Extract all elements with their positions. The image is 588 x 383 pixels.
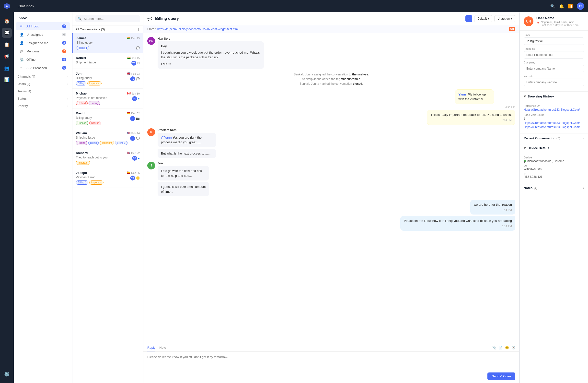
tab-reply[interactable]: Reply bbox=[147, 344, 155, 351]
all-inbox-badge: 2 bbox=[62, 24, 66, 28]
ref-url-link[interactable]: Https://Greatadventures133.Blogspot.Com/ bbox=[524, 108, 584, 112]
chat-header-actions: ✓ Default ▾ Unassign ▾ bbox=[465, 15, 515, 22]
nav-icon-campaigns[interactable]: 📢 bbox=[2, 51, 12, 61]
website-input[interactable] bbox=[524, 79, 584, 86]
search-icon[interactable]: 🔍 bbox=[550, 4, 555, 9]
conv-preview: Billing query bbox=[76, 76, 92, 80]
nav-icon-settings[interactable]: ⚙️ bbox=[2, 369, 12, 379]
rp-device-section[interactable]: ∨ Device Details bbox=[520, 143, 588, 153]
emoji-icon: 🟡 bbox=[136, 176, 140, 180]
msg-row-preetam: P Preetam Nath @Yann Yes you are right t… bbox=[147, 128, 515, 158]
section-channels[interactable]: Channels (4) › bbox=[14, 72, 72, 79]
conv-item-robert[interactable]: Robert 🇮🇳 Jan 15 Shipment issue TC ✉ bbox=[72, 53, 143, 69]
tab-note[interactable]: Note bbox=[159, 344, 166, 351]
conv-item-james[interactable]: James 🇮🇳 Dec 15 Billing query Billing 1 … bbox=[72, 33, 143, 53]
chevron-right-icon: › bbox=[583, 186, 584, 190]
rp-company-field: Company bbox=[524, 61, 584, 72]
location-icon: 📍 bbox=[536, 22, 540, 25]
search-box[interactable]: 🔍 bbox=[75, 15, 140, 22]
sidebar-item-unassigned[interactable]: 👤 Unassigned 0 bbox=[16, 31, 70, 38]
rp-browsing-section[interactable]: ∨ Browsing History bbox=[520, 91, 588, 101]
email-input[interactable] bbox=[524, 38, 584, 45]
avatar-jon: J bbox=[147, 162, 155, 169]
search-input[interactable] bbox=[84, 17, 138, 21]
page-url-1[interactable]: Https://Greatadventures133.Blogspot.Com/ bbox=[524, 121, 584, 125]
section-status[interactable]: Status › bbox=[14, 94, 72, 101]
company-input[interactable] bbox=[524, 65, 584, 72]
conv-item-john[interactable]: John 🇬🇧 Feb 23 Billing query TC 💬 Billin… bbox=[72, 69, 143, 89]
sla-icon: ⚠ bbox=[20, 66, 24, 70]
attach-icon[interactable]: 📎 bbox=[492, 346, 496, 350]
bell-icon[interactable]: 🔔 bbox=[559, 4, 564, 9]
from-url[interactable]: https://trupesh789.blogspot.com/2022/07/… bbox=[157, 27, 239, 31]
user-avatar[interactable]: TT bbox=[577, 2, 584, 10]
rp-location: 📍 Nagercoil, Tamil Nadu, India Last seen… bbox=[536, 21, 578, 26]
device-row: Device ● Microsoft Windows , Chrome bbox=[524, 156, 584, 163]
emoji-icon[interactable]: 🙂 bbox=[505, 346, 509, 350]
conv-preview: Billing query bbox=[77, 41, 140, 44]
conv-item-richard[interactable]: Richard 🇬🇧 Dec 22 Tried to reach out to … bbox=[72, 148, 143, 168]
conv-date: 🇮🇳 Dec 15 bbox=[127, 37, 140, 40]
nav-icon-chat[interactable]: 💬 bbox=[2, 28, 12, 38]
tag-pricing: Pricing bbox=[89, 101, 100, 105]
mention: @Yann bbox=[161, 136, 172, 139]
chevron-down-icon: ▾ bbox=[511, 17, 512, 20]
avatar-tc: TC bbox=[130, 116, 135, 121]
nav-icon-home[interactable]: 🏠 bbox=[2, 16, 12, 26]
conv-date: 🇨🇦 Jun 30 bbox=[127, 92, 140, 95]
msg-row-yann: Yann Ple follow up with the customer 3:1… bbox=[147, 89, 515, 125]
sort-icon[interactable]: ≡ bbox=[133, 27, 135, 31]
reply-textarea[interactable] bbox=[147, 355, 515, 367]
msg-bubble-out1: we are here for that reason 3:14 PM bbox=[470, 200, 515, 215]
conv-item-david[interactable]: David 🇪🇸 Dec 02 Billing query TC 📷 Suppo… bbox=[72, 109, 143, 128]
avatar-tc: TC bbox=[131, 61, 136, 66]
sidebar-item-offline[interactable]: 📡 Offline 6 bbox=[16, 56, 70, 64]
nav-icon-reports[interactable]: 📋 bbox=[2, 40, 12, 49]
sidebar-item-mentions[interactable]: @ Mentions 7 bbox=[16, 47, 70, 55]
reply-tab-icons: 📎 📄 🙂 🕐 bbox=[492, 344, 515, 351]
tag-important: Important bbox=[76, 161, 90, 165]
tag-important: Important bbox=[100, 141, 114, 145]
flag: 🇬🇧 bbox=[127, 151, 130, 155]
msg-time: 3:14 PM bbox=[404, 224, 512, 228]
sidebar-item-all-inbox[interactable]: ✉ All Inbox 2 bbox=[16, 22, 70, 30]
conv-preview: Tried to reach out to you bbox=[76, 156, 108, 159]
conv-item-william[interactable]: William 🇬🇧 Feb 14 Shipping issue TC 💬 Pr… bbox=[72, 128, 143, 148]
conv-preview: Shipping issue bbox=[76, 136, 95, 139]
nav-bottom: ⚙️ bbox=[2, 368, 12, 380]
sidebar-item-sla-breached[interactable]: ⚠ SLA Breached 6 bbox=[16, 64, 70, 72]
unassign-button[interactable]: Unassign ▾ bbox=[494, 15, 515, 22]
more-icon[interactable]: ⋮ bbox=[137, 27, 140, 31]
tag-billing: Billing bbox=[88, 141, 99, 145]
section-priority[interactable]: Priority › bbox=[14, 101, 72, 109]
nav-icon-contacts[interactable]: 👥 bbox=[2, 63, 12, 73]
avatar-tc: TC bbox=[132, 156, 137, 161]
conv-item-joseph[interactable]: Joseph 🇪🇸 Dec 26 Payment Error TC 🟡 Bill… bbox=[72, 168, 143, 188]
device-status-dot: ● bbox=[524, 160, 525, 162]
conv-panel: 🔍 All Conversations (3) ≡ ⋮ James 🇮🇳 Dec… bbox=[72, 12, 143, 383]
conv-item-michael[interactable]: Michael 🇨🇦 Jun 30 Payment is not receive… bbox=[72, 89, 143, 109]
sidebar-item-assigned-to-me[interactable]: 👤 Assigned to me 3 bbox=[16, 39, 70, 47]
check-button[interactable]: ✓ bbox=[465, 15, 472, 22]
phone-input[interactable] bbox=[524, 51, 584, 59]
conv-name: Joseph bbox=[76, 171, 87, 175]
send-open-button[interactable]: Send & Open bbox=[487, 372, 515, 380]
msg-time: 3:14 PM bbox=[474, 208, 512, 212]
msg-row-jon: J Jon Lets go with the flow and ask for … bbox=[147, 162, 515, 196]
rp-recent-conv-section[interactable]: Recent Conversation (6) › bbox=[520, 134, 588, 143]
chat-icon: 💬 bbox=[136, 46, 140, 50]
default-button[interactable]: Default ▾ bbox=[474, 15, 492, 22]
page-url-2[interactable]: Https://Greatadventures133.Blogspot.Com/ bbox=[524, 125, 584, 129]
nav-sidebar: 🏠 💬 📋 📢 👥 📊 ⚙️ bbox=[0, 12, 14, 383]
nav-icon-analytics[interactable]: 📊 bbox=[2, 75, 12, 85]
section-teams[interactable]: Teams (4) › bbox=[14, 87, 72, 94]
teams-chevron: › bbox=[67, 90, 68, 93]
section-users[interactable]: Users (2) › bbox=[14, 79, 72, 87]
signal-icon[interactable]: 📶 bbox=[568, 4, 573, 9]
rp-notes-section[interactable]: Notes (4) › bbox=[520, 183, 588, 193]
file-icon[interactable]: 📄 bbox=[499, 346, 503, 350]
chat-from-bar: From : https://trupesh789.blogspot.com/2… bbox=[143, 25, 519, 33]
rp-device-detail: Device ● Microsoft Windows , Chrome Os W… bbox=[520, 153, 588, 183]
conv-preview: Shipment issue bbox=[76, 61, 96, 64]
clock-icon[interactable]: 🕐 bbox=[511, 346, 515, 350]
